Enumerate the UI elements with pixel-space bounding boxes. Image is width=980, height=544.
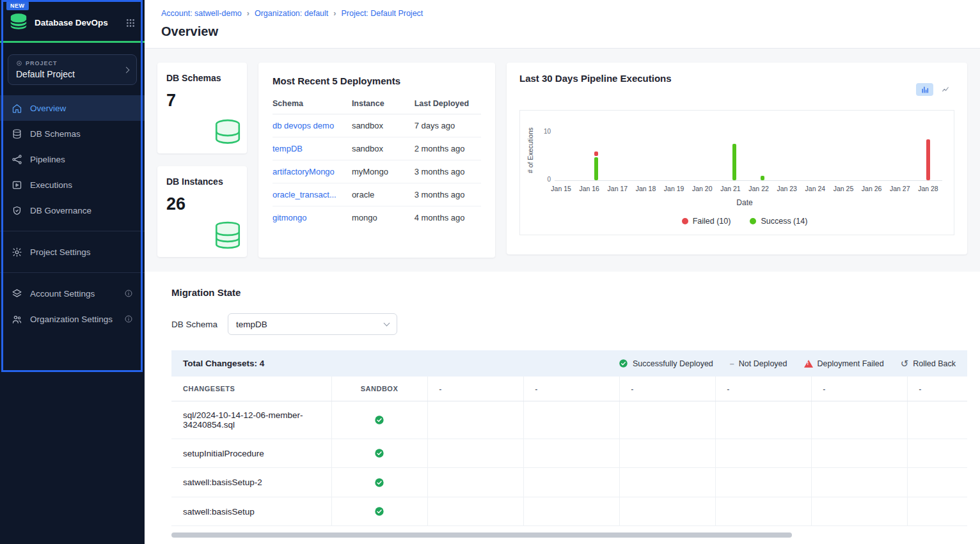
bar-column [665, 120, 693, 180]
info-icon[interactable] [124, 315, 133, 323]
x-tick-label: Jan 24 [801, 185, 829, 192]
bar-column [610, 120, 638, 180]
apps-grid-icon[interactable] [125, 18, 136, 28]
bar-column [582, 120, 610, 180]
database-icon [12, 128, 22, 139]
chart-bars [555, 120, 942, 181]
check-circle-icon [374, 506, 384, 517]
legend-dot [750, 218, 756, 224]
x-tick-label: Jan 17 [603, 185, 631, 192]
bar-column [915, 120, 942, 180]
schema-link[interactable]: gitmongo [273, 213, 306, 222]
total-changesets-label: Total Changesets: 4 [183, 359, 264, 368]
column-header: - [619, 377, 715, 401]
db-schema-label: DB Schema [171, 320, 217, 329]
page-header: Account: satwell-demo › Organization: de… [145, 0, 980, 49]
shield-icon [12, 205, 22, 216]
breadcrumb-project-link[interactable]: Project: Default Project [341, 9, 423, 18]
x-tick-label: Jan 15 [547, 185, 575, 192]
changeset-cell: sql/2024-10-14-12-06-member-34240854.sql [171, 401, 331, 439]
bar-column [555, 120, 582, 180]
sidebar-item-executions[interactable]: Executions [0, 172, 145, 198]
sidebar-item-project-settings[interactable]: Project Settings [0, 239, 145, 265]
check-circle-icon [374, 478, 384, 488]
app-title: Database DevOps [35, 18, 119, 27]
sidebar-item-pipelines[interactable]: Pipelines [0, 146, 145, 172]
table-row: sql/2024-10-14-12-06-member-34240854.sql [171, 401, 967, 439]
project-name: Default Project [16, 69, 124, 79]
changeset-cell: satwell:basisSetup [171, 497, 331, 525]
sidebar-item-overview[interactable]: Overview [0, 95, 145, 121]
layers-icon [12, 288, 22, 299]
x-tick-label: Jan 18 [631, 185, 660, 192]
sidebar-item-label: Project Settings [30, 247, 91, 257]
sidebar-item-label: Organization Settings [30, 315, 113, 324]
stat-value: 7 [166, 91, 238, 111]
schema-link[interactable]: oracle_transact... [273, 190, 336, 199]
bar-column [887, 120, 914, 180]
sidebar-item-label: Pipelines [30, 155, 65, 164]
db-schemas-card: DB Schemas 7 [157, 63, 247, 153]
changeset-cell: satwell:basisSetup-2 [171, 468, 331, 497]
column-header: CHANGESETS [171, 377, 331, 401]
legend-not-deployed: – Not Deployed [730, 359, 787, 368]
schema-link[interactable]: artifactoryMongo [273, 167, 335, 176]
scrollbar-thumb[interactable] [171, 532, 792, 538]
table-row: satwell:basisSetup-2 [171, 468, 967, 497]
sidebar-divider [0, 272, 145, 273]
bar-column [748, 120, 776, 180]
sidebar-divider [0, 231, 145, 231]
sidebar-item-label: Executions [30, 180, 72, 190]
chevron-right-icon [123, 66, 130, 73]
deployments-table: Schema Instance Last Deployed db devops … [273, 94, 481, 229]
column-header: - [715, 377, 811, 401]
database-cylinder-icon [211, 119, 244, 151]
bar-column [859, 120, 887, 180]
legend-rolled-back: ↺ Rolled Back [901, 359, 956, 368]
breadcrumb-separator: › [333, 9, 336, 18]
warning-triangle-icon [804, 360, 813, 368]
recent-deployments-card: Most Recent 5 Deployments Schema Instanc… [258, 63, 495, 258]
breadcrumb-organization-link[interactable]: Organization: default [255, 9, 328, 18]
breadcrumb-account-link[interactable]: Account: satwell-demo [161, 9, 242, 18]
y-tick-label: 10 [534, 128, 551, 135]
table-row: oracle_transact... oracle 3 months ago [273, 183, 481, 206]
page-title: Overview [161, 24, 963, 39]
failed-bar [926, 139, 930, 180]
bar-chart-icon[interactable] [916, 83, 933, 96]
sidebar-item-db-governance[interactable]: DB Governance [0, 198, 145, 223]
stat-title: DB Instances [166, 176, 238, 187]
sidebar-item-organization-settings[interactable]: Organization Settings [0, 306, 145, 332]
chart-title: Last 30 Days Pipeline Executions [519, 73, 672, 84]
info-icon[interactable] [124, 289, 133, 298]
sidebar-item-account-settings[interactable]: Account Settings [0, 281, 145, 306]
table-row: satwell:basisSetup [171, 497, 967, 525]
gear-icon [12, 247, 22, 258]
y-axis-label: # of Executions [526, 120, 534, 181]
legend-item: Success (14) [750, 217, 807, 226]
pipeline-icon [12, 154, 22, 165]
section-title: Migration State [171, 287, 967, 298]
schema-link[interactable]: db devops demo [273, 121, 334, 130]
legend-deployment-failed: Deployment Failed [804, 359, 884, 368]
home-icon [12, 103, 22, 114]
bar-column [832, 120, 859, 180]
rollback-icon: ↺ [901, 359, 909, 368]
users-icon [12, 314, 22, 325]
last-deployed-cell: 2 months ago [415, 137, 481, 160]
instance-cell: sandbox [352, 137, 415, 160]
bar-column [638, 120, 665, 180]
line-chart-icon[interactable] [937, 83, 954, 96]
check-circle-icon [619, 359, 628, 368]
schema-link[interactable]: tempDB [273, 144, 303, 153]
chevron-down-icon [384, 320, 390, 327]
legend-dot [682, 218, 688, 224]
sidebar-item-db-schemas[interactable]: DB Schemas [0, 121, 145, 146]
sidebar-item-label: Account Settings [30, 289, 95, 299]
changesets-table: CHANGESETS SANDBOX - - - - - - - - [171, 377, 967, 526]
column-header: Schema [273, 94, 352, 114]
target-icon [16, 60, 22, 66]
db-schema-select[interactable]: tempDB [228, 313, 397, 335]
x-tick-label: Jan 25 [829, 185, 857, 192]
project-selector[interactable]: PROJECT Default Project [8, 54, 137, 85]
